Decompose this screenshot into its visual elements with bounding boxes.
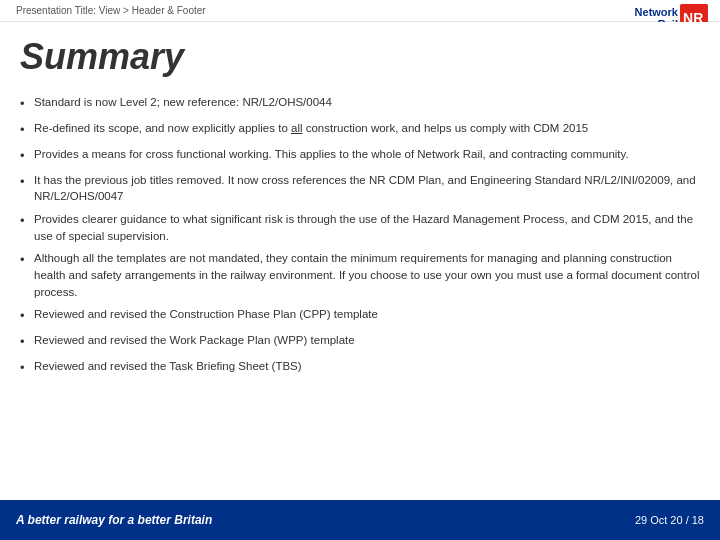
breadcrumb: Presentation Title: View > Header & Foot… bbox=[16, 5, 206, 16]
list-item: • It has the previous job titles removed… bbox=[20, 172, 700, 205]
list-item: • Re-defined its scope, and now explicit… bbox=[20, 120, 700, 140]
bullet-text: Provides a means for cross functional wo… bbox=[34, 146, 700, 163]
bullet-text: Although all the templates are not manda… bbox=[34, 250, 700, 300]
main-content: Summary • Standard is now Level 2; new r… bbox=[0, 22, 720, 500]
bullet-dot: • bbox=[20, 359, 34, 378]
list-item: • Reviewed and revised the Task Briefing… bbox=[20, 358, 700, 378]
bullet-text: Re-defined its scope, and now explicitly… bbox=[34, 120, 700, 137]
bullet-dot: • bbox=[20, 95, 34, 114]
bullet-dot: • bbox=[20, 173, 34, 192]
bullet-dot: • bbox=[20, 251, 34, 270]
breadcrumb-bar: Presentation Title: View > Header & Foot… bbox=[0, 0, 720, 22]
list-item: • Reviewed and revised the Construction … bbox=[20, 306, 700, 326]
bullet-text: Reviewed and revised the Work Package Pl… bbox=[34, 332, 700, 349]
bullet-text: It has the previous job titles removed. … bbox=[34, 172, 700, 205]
list-item: • Standard is now Level 2; new reference… bbox=[20, 94, 700, 114]
underline-text: all bbox=[291, 122, 303, 134]
bullet-list: • Standard is now Level 2; new reference… bbox=[20, 94, 700, 378]
bullet-dot: • bbox=[20, 121, 34, 140]
bullet-dot: • bbox=[20, 333, 34, 352]
bullet-dot: • bbox=[20, 147, 34, 166]
list-item: • Reviewed and revised the Work Package … bbox=[20, 332, 700, 352]
bullet-text: Provides clearer guidance to what signif… bbox=[34, 211, 700, 244]
bullet-text: Reviewed and revised the Task Briefing S… bbox=[34, 358, 700, 375]
footer-bar: A better railway for a better Britain 29… bbox=[0, 500, 720, 540]
page-title: Summary bbox=[20, 36, 700, 78]
bullet-dot: • bbox=[20, 212, 34, 231]
bullet-text: Reviewed and revised the Construction Ph… bbox=[34, 306, 700, 323]
bullet-dot: • bbox=[20, 307, 34, 326]
list-item: • Although all the templates are not man… bbox=[20, 250, 700, 300]
bullet-text: Standard is now Level 2; new reference: … bbox=[34, 94, 700, 111]
list-item: • Provides a means for cross functional … bbox=[20, 146, 700, 166]
list-item: • Provides clearer guidance to what sign… bbox=[20, 211, 700, 244]
footer-date: 29 Oct 20 / 18 bbox=[635, 514, 704, 526]
footer-tagline: A better railway for a better Britain bbox=[16, 513, 212, 527]
